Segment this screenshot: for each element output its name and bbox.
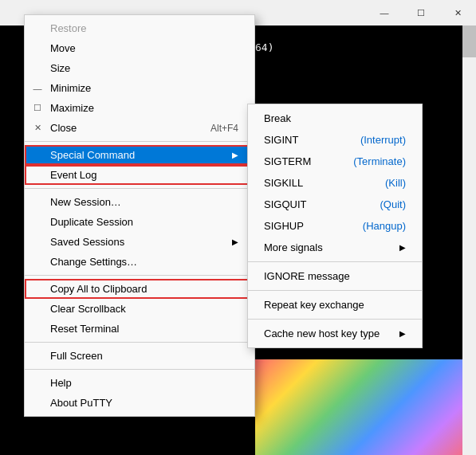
separator-2 bbox=[25, 188, 254, 189]
menu-item-event-log-label: Event Log bbox=[50, 169, 97, 181]
submenu-item-sigint[interactable]: SIGINT (Interrupt) bbox=[248, 129, 422, 151]
menu-item-clear-scrollback[interactable]: Clear Scrollback bbox=[25, 299, 254, 319]
menu-item-duplicate-session-label: Duplicate Session bbox=[50, 216, 133, 228]
menu-item-minimize[interactable]: — Minimize bbox=[25, 78, 254, 98]
separator-3 bbox=[25, 275, 254, 276]
menu-item-reset-terminal[interactable]: Reset Terminal bbox=[25, 319, 254, 339]
submenu-item-more-signals[interactable]: More signals ▶ bbox=[248, 237, 422, 258]
menu-item-minimize-label: Minimize bbox=[50, 82, 91, 94]
maximize-icon: ☐ bbox=[30, 103, 45, 113]
submenu-separator-2 bbox=[248, 290, 422, 291]
separator-4 bbox=[25, 342, 254, 343]
special-command-arrow-icon: ▶ bbox=[232, 151, 238, 159]
submenu-separator-3 bbox=[248, 319, 422, 320]
menu-item-maximize-label: Maximize bbox=[50, 102, 94, 114]
close-shortcut: Alt+F4 bbox=[210, 123, 238, 134]
menu-item-move-label: Move bbox=[50, 42, 76, 54]
menu-item-event-log[interactable]: Event Log bbox=[25, 165, 254, 185]
submenu-item-sigterm-label: SIGTERM bbox=[264, 155, 311, 167]
menu-item-about-label: About PuTTY bbox=[50, 397, 112, 409]
submenu-item-repeat-key-label: Repeat key exchange bbox=[264, 299, 364, 311]
menu-item-about[interactable]: About PuTTY bbox=[25, 393, 254, 413]
saved-sessions-arrow-icon: ▶ bbox=[232, 237, 238, 246]
menu-item-close[interactable]: ✕ Close Alt+F4 bbox=[25, 118, 254, 138]
submenu-item-break[interactable]: Break bbox=[248, 108, 422, 129]
submenu-item-sigkill-detail: (Kill) bbox=[385, 177, 406, 189]
scrollbar[interactable] bbox=[462, 25, 476, 455]
submenu-item-sigkill-label: SIGKILL bbox=[264, 177, 303, 189]
menu-item-close-label: Close bbox=[50, 122, 77, 134]
menu-item-size-label: Size bbox=[50, 62, 70, 74]
submenu-item-more-signals-label: More signals bbox=[264, 241, 323, 253]
close-icon: ✕ bbox=[30, 123, 45, 133]
minimize-icon: — bbox=[30, 84, 45, 93]
submenu-item-sighup-label: SIGHUP bbox=[264, 220, 304, 232]
submenu-item-sigterm-detail: (Terminate) bbox=[353, 155, 406, 167]
menu-item-full-screen-label: Full Screen bbox=[50, 350, 103, 362]
submenu-item-ignore[interactable]: IGNORE message bbox=[248, 265, 422, 287]
submenu-item-sigquit[interactable]: SIGQUIT (Quit) bbox=[248, 194, 422, 215]
menu-item-restore-label: Restore bbox=[50, 22, 87, 34]
submenu-item-ignore-label: IGNORE message bbox=[264, 270, 350, 282]
submenu-item-sighup[interactable]: SIGHUP (Hangup) bbox=[248, 215, 422, 237]
submenu-item-sighup-detail: (Hangup) bbox=[363, 220, 406, 232]
color-bar bbox=[255, 359, 476, 455]
menu-item-maximize[interactable]: ☐ Maximize bbox=[25, 98, 254, 118]
menu-item-special-command-label: Special Command bbox=[50, 149, 135, 161]
menu-item-change-settings-label: Change Settings… bbox=[50, 256, 137, 268]
submenu-item-sigquit-detail: (Quit) bbox=[380, 198, 407, 210]
context-menu: Restore Move Size — Minimize ☐ Maximize … bbox=[24, 14, 255, 417]
more-signals-arrow-icon: ▶ bbox=[399, 243, 406, 252]
submenu-item-sigint-label: SIGINT bbox=[264, 134, 298, 146]
submenu-item-cache-host-key-label: Cache new host key type bbox=[264, 328, 380, 339]
menu-item-new-session[interactable]: New Session… bbox=[25, 192, 254, 212]
menu-item-help-label: Help bbox=[50, 377, 72, 389]
submenu-item-sigint-detail: (Interrupt) bbox=[360, 134, 406, 146]
separator-5 bbox=[25, 369, 254, 370]
menu-item-saved-sessions[interactable]: Saved Sessions ▶ bbox=[25, 232, 254, 252]
menu-item-change-settings[interactable]: Change Settings… bbox=[25, 252, 254, 272]
submenu-special-command: Break SIGINT (Interrupt) SIGTERM (Termin… bbox=[247, 104, 423, 348]
minimize-button[interactable]: — bbox=[366, 0, 403, 25]
menu-item-saved-sessions-label: Saved Sessions bbox=[50, 236, 124, 248]
menu-item-special-command[interactable]: Special Command ▶ bbox=[25, 145, 254, 165]
menu-item-help[interactable]: Help bbox=[25, 373, 254, 393]
maximize-button[interactable]: ☐ bbox=[403, 0, 439, 25]
submenu-item-break-label: Break bbox=[264, 112, 291, 124]
menu-item-copy-all-label: Copy All to Clipboard bbox=[50, 283, 147, 295]
separator-1 bbox=[25, 141, 254, 142]
submenu-separator-1 bbox=[248, 261, 422, 262]
menu-item-reset-terminal-label: Reset Terminal bbox=[50, 323, 119, 335]
menu-item-copy-all[interactable]: Copy All to Clipboard bbox=[25, 279, 254, 299]
submenu-item-sigterm[interactable]: SIGTERM (Terminate) bbox=[248, 151, 422, 172]
submenu-item-sigquit-label: SIGQUIT bbox=[264, 198, 306, 210]
cache-host-key-arrow-icon: ▶ bbox=[399, 329, 406, 338]
menu-item-full-screen[interactable]: Full Screen bbox=[25, 346, 254, 366]
scrollbar-thumb[interactable] bbox=[462, 25, 476, 57]
menu-item-duplicate-session[interactable]: Duplicate Session bbox=[25, 212, 254, 232]
menu-item-clear-scrollback-label: Clear Scrollback bbox=[50, 303, 126, 315]
menu-item-restore[interactable]: Restore bbox=[25, 18, 254, 38]
submenu-item-cache-host-key[interactable]: Cache new host key type ▶ bbox=[248, 323, 422, 344]
terminal-text: 64) bbox=[255, 41, 273, 53]
submenu-item-sigkill[interactable]: SIGKILL (Kill) bbox=[248, 172, 422, 194]
submenu-item-repeat-key[interactable]: Repeat key exchange bbox=[248, 294, 422, 316]
menu-item-size[interactable]: Size bbox=[25, 58, 254, 78]
close-button[interactable]: ✕ bbox=[439, 0, 476, 25]
menu-item-new-session-label: New Session… bbox=[50, 196, 121, 208]
menu-item-move[interactable]: Move bbox=[25, 38, 254, 58]
